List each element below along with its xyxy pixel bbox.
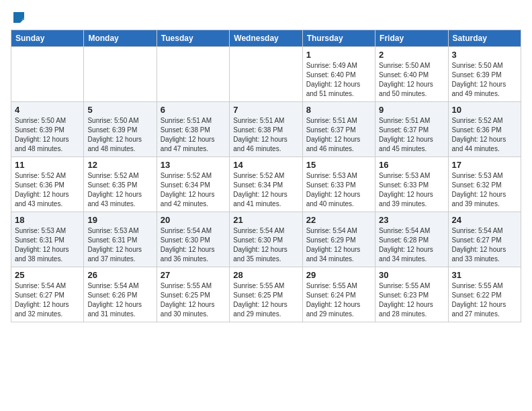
- day-cell: 5Sunrise: 5:50 AMSunset: 6:39 PMDaylight…: [84, 102, 157, 157]
- weekday-tuesday: Tuesday: [157, 30, 229, 47]
- day-cell: 28Sunrise: 5:55 AMSunset: 6:25 PMDayligh…: [230, 267, 302, 322]
- day-content: Sunrise: 5:51 AMSunset: 6:37 PMDaylight:…: [306, 116, 371, 154]
- day-content: Sunrise: 5:55 AMSunset: 6:24 PMDaylight:…: [306, 281, 371, 319]
- day-number: 8: [306, 105, 371, 115]
- day-number: 26: [87, 270, 152, 280]
- logo-icon: [12, 11, 26, 24]
- weekday-thursday: Thursday: [302, 30, 375, 47]
- day-number: 14: [233, 160, 298, 170]
- day-cell: 31Sunrise: 5:55 AMSunset: 6:22 PMDayligh…: [448, 267, 521, 322]
- day-content: Sunrise: 5:54 AMSunset: 6:30 PMDaylight:…: [233, 226, 298, 264]
- day-cell: [11, 47, 84, 102]
- day-cell: 6Sunrise: 5:51 AMSunset: 6:38 PMDaylight…: [157, 102, 229, 157]
- day-content: Sunrise: 5:52 AMSunset: 6:34 PMDaylight:…: [161, 171, 226, 209]
- day-content: Sunrise: 5:55 AMSunset: 6:23 PMDaylight:…: [379, 281, 444, 319]
- day-cell: 12Sunrise: 5:52 AMSunset: 6:35 PMDayligh…: [84, 157, 157, 212]
- day-cell: 16Sunrise: 5:53 AMSunset: 6:33 PMDayligh…: [375, 157, 448, 212]
- day-number: 1: [306, 50, 371, 60]
- day-cell: [157, 47, 229, 102]
- day-content: Sunrise: 5:52 AMSunset: 6:36 PMDaylight:…: [15, 171, 80, 209]
- day-number: 15: [306, 160, 371, 170]
- day-content: Sunrise: 5:51 AMSunset: 6:38 PMDaylight:…: [161, 116, 226, 154]
- day-cell: 21Sunrise: 5:54 AMSunset: 6:30 PMDayligh…: [230, 212, 302, 267]
- day-content: Sunrise: 5:55 AMSunset: 6:25 PMDaylight:…: [161, 281, 226, 319]
- day-number: 31: [452, 270, 517, 280]
- weekday-friday: Friday: [375, 30, 448, 47]
- day-number: 20: [161, 215, 226, 225]
- day-cell: 22Sunrise: 5:54 AMSunset: 6:29 PMDayligh…: [302, 212, 375, 267]
- day-content: Sunrise: 5:55 AMSunset: 6:22 PMDaylight:…: [452, 281, 517, 319]
- day-cell: 20Sunrise: 5:54 AMSunset: 6:30 PMDayligh…: [157, 212, 229, 267]
- day-cell: 19Sunrise: 5:53 AMSunset: 6:31 PMDayligh…: [84, 212, 157, 267]
- day-content: Sunrise: 5:50 AMSunset: 6:40 PMDaylight:…: [379, 61, 444, 99]
- day-cell: 27Sunrise: 5:55 AMSunset: 6:25 PMDayligh…: [157, 267, 229, 322]
- header: [11, 11, 521, 24]
- day-cell: 17Sunrise: 5:53 AMSunset: 6:32 PMDayligh…: [448, 157, 521, 212]
- day-number: 7: [233, 105, 298, 115]
- day-content: Sunrise: 5:50 AMSunset: 6:39 PMDaylight:…: [87, 116, 152, 154]
- day-content: Sunrise: 5:52 AMSunset: 6:36 PMDaylight:…: [452, 116, 517, 154]
- day-number: 9: [379, 105, 444, 115]
- day-content: Sunrise: 5:51 AMSunset: 6:38 PMDaylight:…: [233, 116, 298, 154]
- day-number: 6: [161, 105, 226, 115]
- day-content: Sunrise: 5:53 AMSunset: 6:31 PMDaylight:…: [15, 226, 80, 264]
- day-number: 11: [15, 160, 80, 170]
- day-cell: 26Sunrise: 5:54 AMSunset: 6:26 PMDayligh…: [84, 267, 157, 322]
- week-row-3: 11Sunrise: 5:52 AMSunset: 6:36 PMDayligh…: [11, 157, 521, 212]
- day-number: 4: [15, 105, 80, 115]
- day-number: 2: [379, 50, 444, 60]
- day-content: Sunrise: 5:54 AMSunset: 6:28 PMDaylight:…: [379, 226, 444, 264]
- day-cell: 10Sunrise: 5:52 AMSunset: 6:36 PMDayligh…: [448, 102, 521, 157]
- day-content: Sunrise: 5:54 AMSunset: 6:27 PMDaylight:…: [452, 226, 517, 264]
- day-number: 30: [379, 270, 444, 280]
- day-content: Sunrise: 5:54 AMSunset: 6:26 PMDaylight:…: [87, 281, 152, 319]
- week-row-5: 25Sunrise: 5:54 AMSunset: 6:27 PMDayligh…: [11, 267, 521, 322]
- day-number: 24: [452, 215, 517, 225]
- day-number: 25: [15, 270, 80, 280]
- week-row-1: 1Sunrise: 5:49 AMSunset: 6:40 PMDaylight…: [11, 47, 521, 102]
- weekday-monday: Monday: [84, 30, 157, 47]
- day-cell: 13Sunrise: 5:52 AMSunset: 6:34 PMDayligh…: [157, 157, 229, 212]
- calendar: SundayMondayTuesdayWednesdayThursdayFrid…: [11, 30, 521, 322]
- day-cell: 30Sunrise: 5:55 AMSunset: 6:23 PMDayligh…: [375, 267, 448, 322]
- day-cell: 11Sunrise: 5:52 AMSunset: 6:36 PMDayligh…: [11, 157, 84, 212]
- day-number: 16: [379, 160, 444, 170]
- day-number: 21: [233, 215, 298, 225]
- day-cell: [84, 47, 157, 102]
- day-cell: 9Sunrise: 5:51 AMSunset: 6:37 PMDaylight…: [375, 102, 448, 157]
- day-content: Sunrise: 5:49 AMSunset: 6:40 PMDaylight:…: [306, 61, 371, 99]
- day-cell: 3Sunrise: 5:50 AMSunset: 6:39 PMDaylight…: [448, 47, 521, 102]
- day-cell: 15Sunrise: 5:53 AMSunset: 6:33 PMDayligh…: [302, 157, 375, 212]
- day-number: 13: [161, 160, 226, 170]
- weekday-saturday: Saturday: [448, 30, 521, 47]
- day-cell: 23Sunrise: 5:54 AMSunset: 6:28 PMDayligh…: [375, 212, 448, 267]
- day-content: Sunrise: 5:52 AMSunset: 6:35 PMDaylight:…: [87, 171, 152, 209]
- day-content: Sunrise: 5:50 AMSunset: 6:39 PMDaylight:…: [452, 61, 517, 99]
- day-number: 17: [452, 160, 517, 170]
- weekday-wednesday: Wednesday: [230, 30, 302, 47]
- day-number: 27: [161, 270, 226, 280]
- day-cell: [230, 47, 302, 102]
- day-content: Sunrise: 5:53 AMSunset: 6:32 PMDaylight:…: [452, 171, 517, 209]
- weekday-header: SundayMondayTuesdayWednesdayThursdayFrid…: [11, 30, 521, 47]
- day-number: 19: [87, 215, 152, 225]
- day-content: Sunrise: 5:53 AMSunset: 6:33 PMDaylight:…: [379, 171, 444, 209]
- day-content: Sunrise: 5:55 AMSunset: 6:25 PMDaylight:…: [233, 281, 298, 319]
- day-cell: 2Sunrise: 5:50 AMSunset: 6:40 PMDaylight…: [375, 47, 448, 102]
- day-number: 12: [87, 160, 152, 170]
- day-content: Sunrise: 5:50 AMSunset: 6:39 PMDaylight:…: [15, 116, 80, 154]
- svg-marker-0: [13, 12, 24, 23]
- weekday-sunday: Sunday: [11, 30, 84, 47]
- week-row-2: 4Sunrise: 5:50 AMSunset: 6:39 PMDaylight…: [11, 102, 521, 157]
- day-cell: 8Sunrise: 5:51 AMSunset: 6:37 PMDaylight…: [302, 102, 375, 157]
- day-number: 5: [87, 105, 152, 115]
- day-cell: 7Sunrise: 5:51 AMSunset: 6:38 PMDaylight…: [230, 102, 302, 157]
- logo: [11, 11, 27, 24]
- day-number: 29: [306, 270, 371, 280]
- day-content: Sunrise: 5:54 AMSunset: 6:29 PMDaylight:…: [306, 226, 371, 264]
- day-number: 22: [306, 215, 371, 225]
- day-cell: 24Sunrise: 5:54 AMSunset: 6:27 PMDayligh…: [448, 212, 521, 267]
- day-content: Sunrise: 5:54 AMSunset: 6:30 PMDaylight:…: [161, 226, 226, 264]
- day-number: 18: [15, 215, 80, 225]
- day-content: Sunrise: 5:53 AMSunset: 6:31 PMDaylight:…: [87, 226, 152, 264]
